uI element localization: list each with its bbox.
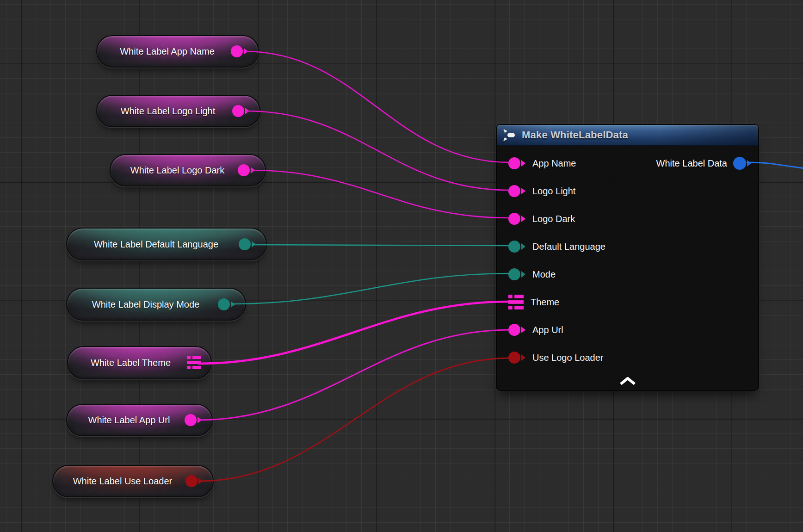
input-pin-label: App Name <box>532 158 576 169</box>
struct-grid-input-pin[interactable] <box>508 295 524 310</box>
input-pin-label: Logo Dark <box>532 214 575 224</box>
input-pin-label: App Url <box>532 325 563 335</box>
input-pin-label: Logo Light <box>532 186 575 197</box>
variable-node-white-label-app-url[interactable]: White Label App Url <box>66 404 213 436</box>
string-output-pin[interactable] <box>185 414 202 426</box>
string-input-pin[interactable] <box>508 213 525 225</box>
input-pin-label: Default Language <box>532 241 605 252</box>
variable-node-label: White Label Theme <box>79 358 187 367</box>
make-node-title: Make WhiteLabelData <box>522 129 628 141</box>
make-whitelabeldata-node[interactable]: Make WhiteLabelData App Name Logo Light … <box>496 124 759 391</box>
variable-node-label: White Label App Name <box>108 47 231 56</box>
string-input-pin[interactable] <box>508 185 525 197</box>
string-input-pin[interactable] <box>508 157 525 169</box>
wire-default-language[interactable] <box>252 245 510 246</box>
input-pin-label: Theme <box>531 297 559 308</box>
input-row-mode: Mode <box>497 260 758 288</box>
input-row-default-language: Default Language <box>497 233 758 260</box>
enum-input-pin[interactable] <box>508 268 525 280</box>
make-struct-icon <box>503 129 516 141</box>
wire-app-name[interactable] <box>244 51 510 162</box>
bool-input-pin[interactable] <box>508 352 525 364</box>
variable-node-white-label-default-language[interactable]: White Label Default Language <box>66 228 267 260</box>
variable-node-white-label-theme[interactable]: White Label Theme <box>67 346 212 379</box>
blueprint-graph-canvas[interactable]: White Label App Name White Label Logo Li… <box>0 0 803 532</box>
input-row-theme: Theme <box>497 288 758 316</box>
variable-node-white-label-use-loader[interactable]: White Label Use Loader <box>52 465 214 497</box>
variable-node-label: White Label Logo Light <box>108 106 232 116</box>
variable-node-white-label-logo-dark[interactable]: White Label Logo Dark <box>110 154 266 186</box>
make-node-title-bar[interactable]: Make WhiteLabelData <box>497 125 758 146</box>
wire-logo-light[interactable] <box>246 111 510 190</box>
wire-logo-dark[interactable] <box>251 170 510 218</box>
struct-grid-icon <box>508 295 524 310</box>
chevron-up-icon <box>619 377 636 385</box>
output-row-white-label-data: White Label Data <box>656 149 758 177</box>
variable-node-label: White Label Default Language <box>78 240 239 249</box>
input-pin-label: Use Logo Loader <box>532 353 603 363</box>
variable-node-label: White Label Logo Dark <box>122 166 238 175</box>
bool-output-pin[interactable] <box>185 475 203 487</box>
enum-input-pin[interactable] <box>508 241 525 253</box>
variable-node-label: White Label Use Loader <box>64 476 185 486</box>
variable-node-white-label-app-name[interactable]: White Label App Name <box>96 35 259 68</box>
variable-node-white-label-display-mode[interactable]: White Label Display Mode <box>66 288 246 321</box>
wire-app-url[interactable] <box>198 330 510 420</box>
input-row-use-logo-loader: Use Logo Loader <box>497 344 758 371</box>
make-node-input-pins: App Name Logo Light Logo Dark Default La… <box>497 149 758 371</box>
input-row-app-url: App Url <box>497 316 758 344</box>
string-output-pin[interactable] <box>231 45 248 57</box>
string-input-pin[interactable] <box>508 324 525 336</box>
output-pin-label: White Label Data <box>656 158 727 169</box>
variable-node-label: White Label App Url <box>78 415 185 425</box>
wire-use-loader[interactable] <box>199 358 510 481</box>
struct-grid-output-pin[interactable] <box>187 356 201 370</box>
input-row-logo-dark: Logo Dark <box>497 205 758 233</box>
input-row-logo-light: Logo Light <box>497 177 758 205</box>
collapse-node-button[interactable] <box>618 375 638 387</box>
wire-display-mode[interactable] <box>231 273 510 304</box>
variable-node-white-label-logo-light[interactable]: White Label Logo Light <box>96 95 260 127</box>
struct-output-pin[interactable] <box>733 157 751 170</box>
variable-node-label: White Label Display Mode <box>78 300 218 309</box>
string-output-pin[interactable] <box>232 105 249 117</box>
enum-output-pin[interactable] <box>218 298 235 310</box>
string-output-pin[interactable] <box>238 164 255 176</box>
struct-grid-icon <box>187 356 201 370</box>
enum-output-pin[interactable] <box>239 238 256 250</box>
input-pin-label: Mode <box>532 269 556 280</box>
